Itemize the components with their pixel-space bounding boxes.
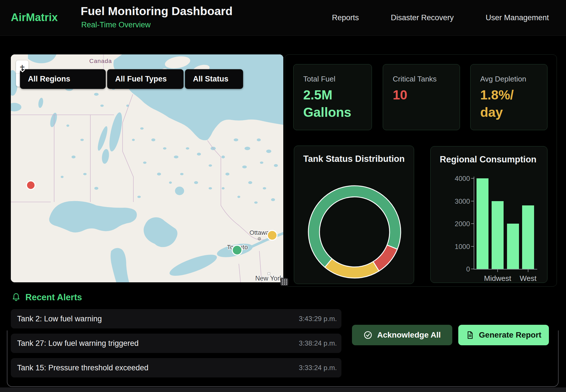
region-filter-value: All Regions (28, 75, 70, 83)
alert-timestamp: 3:38:24 p.m. (299, 339, 337, 347)
tank-marker-normal[interactable] (232, 245, 242, 255)
country-label-canada: Canada (89, 58, 112, 64)
x-tick-label: West (508, 274, 548, 283)
region-filter-dropdown[interactable]: All Regions (20, 69, 106, 89)
alert-row[interactable]: Tank 15: Pressure threshold exceeded3:33… (11, 358, 341, 377)
city-label-ottawa: Ottawa (249, 229, 269, 236)
page-title: Fuel Monitoring Dashboard (81, 5, 233, 18)
stat-label: Total Fuel (303, 75, 362, 83)
y-tick-mark (471, 201, 474, 201)
stat-value: 10 (393, 86, 450, 104)
alert-text: Tank 27: Low fuel warning triggered (17, 339, 139, 348)
bar-chart-title: Regional Consumption (440, 154, 536, 165)
regional-consumption-card: Regional Consumption 01000200030004000Mi… (430, 146, 547, 283)
fuel-monitoring-dashboard: AirMatrix Fuel Monitoring Dashboard Real… (0, 0, 566, 392)
y-tick-mark (471, 178, 474, 179)
generate-report-label: Generate Report (479, 330, 541, 340)
nav-item-reports[interactable]: Reports (332, 13, 359, 22)
tank-status-donut-chart (294, 146, 414, 284)
x-tick-mark (497, 270, 498, 272)
ottawa-town-icon-dot (259, 238, 260, 239)
stat-value: 1.8%/day (480, 86, 538, 121)
donut-segment-warning (325, 259, 379, 278)
bar-West (522, 205, 534, 269)
check-circle-icon (363, 330, 372, 340)
y-tick-label: 4000 (440, 175, 470, 183)
map-filters: All Regions All Fuel Types All Status (20, 69, 243, 89)
y-tick-mark (471, 223, 474, 224)
y-tick-label: 1000 (440, 243, 470, 251)
stat-label: Avg Depletion (480, 75, 538, 83)
resize-drag-handle-icon[interactable] (280, 278, 288, 286)
page-subtitle: Real-Time Overview (81, 21, 151, 29)
acknowledge-all-button[interactable]: Acknowledge All (352, 325, 452, 345)
x-tick-mark (528, 270, 528, 272)
stat-card-total-fuel: Total Fuel2.5MGallons (293, 64, 372, 130)
city-label-new-york: New York (255, 275, 283, 282)
y-tick-label: 3000 (440, 197, 470, 205)
document-icon (466, 330, 474, 340)
stat-card-avg-depletion: Avg Depletion1.8%/day (470, 64, 547, 130)
bottom-strip (0, 387, 566, 392)
y-tick-mark (471, 246, 474, 247)
recent-alerts-heading: Recent Alerts (12, 292, 82, 303)
status-filter-dropdown[interactable]: All Status (185, 69, 243, 89)
stat-value: 2.5MGallons (303, 86, 362, 121)
stat-card-critical-tanks: Critical Tanks10 (383, 64, 460, 130)
main-nav: Reports Disaster Recovery User Managemen… (332, 0, 549, 35)
stat-label: Critical Tanks (393, 75, 450, 83)
nav-item-disaster-recovery[interactable]: Disaster Recovery (391, 13, 454, 22)
donut-chart-title: Tank Status Distribution (303, 154, 405, 164)
bar-Midwest (492, 201, 504, 269)
status-filter-value: All Status (193, 75, 229, 83)
alert-row[interactable]: Tank 27: Low fuel warning triggered3:38:… (11, 334, 341, 353)
alert-timestamp: 3:33:24 p.m. (299, 364, 337, 372)
fuel-tank-map[interactable]: Canada Ottawa Toronto New York + − All R… (11, 54, 283, 282)
tank-status-distribution-card: Tank Status Distribution (294, 146, 414, 284)
y-tick-label: 0 (440, 265, 470, 273)
fuel-type-filter-dropdown[interactable]: All Fuel Types (107, 69, 184, 89)
alert-text: Tank 2: Low fuel warning (17, 315, 102, 323)
app-header: AirMatrix Fuel Monitoring Dashboard Real… (0, 0, 566, 36)
alert-row[interactable]: Tank 2: Low fuel warning3:43:29 p.m. (11, 309, 341, 328)
bar-region-3 (507, 224, 519, 269)
alert-text: Tank 15: Pressure threshold exceeded (17, 364, 148, 372)
generate-report-button[interactable]: Generate Report (458, 325, 549, 345)
fuel-type-filter-value: All Fuel Types (115, 75, 167, 83)
new-york-town-icon (268, 273, 270, 275)
tank-marker-warning[interactable] (267, 230, 277, 240)
nav-item-user-management[interactable]: User Management (486, 13, 549, 22)
bell-icon (12, 293, 20, 302)
bar-region-1 (477, 178, 488, 269)
y-tick-label: 2000 (440, 220, 470, 228)
y-tick-mark (471, 269, 474, 269)
tank-marker-critical[interactable] (27, 181, 35, 189)
recent-alerts-title: Recent Alerts (25, 292, 82, 303)
y-axis (474, 177, 474, 269)
acknowledge-all-label: Acknowledge All (377, 330, 441, 340)
alert-timestamp: 3:43:29 p.m. (299, 315, 337, 323)
brand-logo: AirMatrix (11, 11, 58, 24)
